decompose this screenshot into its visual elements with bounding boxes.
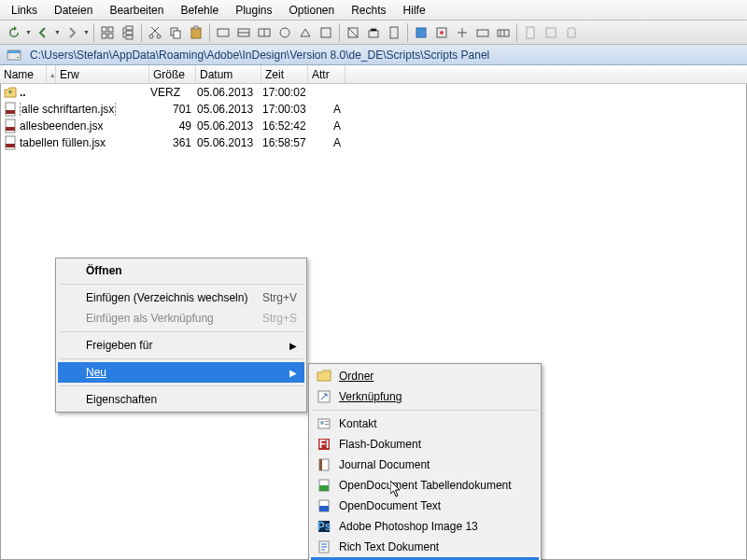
file-size: 49 xyxy=(150,119,197,133)
tool-icon-6[interactable] xyxy=(316,23,336,42)
svg-rect-11 xyxy=(191,28,201,38)
cut-icon[interactable] xyxy=(145,23,165,42)
table-row[interactable]: tabellen füllen.jsx 361 05.06.2013 16:58… xyxy=(1,134,746,151)
tool-icon-4[interactable] xyxy=(275,23,295,42)
svg-rect-41 xyxy=(325,424,329,425)
new-odt-table[interactable]: OpenDocument Tabellendokument xyxy=(311,475,539,496)
path-text[interactable]: C:\Users\Stefan\AppData\Roaming\Adobe\In… xyxy=(30,49,489,62)
svg-point-7 xyxy=(149,35,153,38)
file-date: 05.06.2013 xyxy=(197,136,262,149)
new-journal[interactable]: Journal Document xyxy=(311,455,539,475)
col-datum[interactable]: Datum xyxy=(196,65,261,83)
back-icon[interactable] xyxy=(33,23,53,42)
menu-links[interactable]: Links xyxy=(4,2,45,19)
tool-icon-17[interactable] xyxy=(561,23,582,42)
flash-icon: Fl xyxy=(317,437,331,452)
tool-icon-2[interactable] xyxy=(233,23,254,42)
file-name: allesbeenden.jsx xyxy=(20,119,150,133)
col-sort-icon[interactable]: ▴ xyxy=(47,65,56,83)
svg-rect-0 xyxy=(102,27,106,32)
col-erw[interactable]: Erw xyxy=(56,65,149,83)
context-menu: Öffnen Einfügen (Verzeichnis wechseln)St… xyxy=(55,258,307,413)
menu-dateien[interactable]: Dateien xyxy=(47,2,100,19)
shortcut-icon xyxy=(317,389,331,404)
file-date: 05.06.2013 xyxy=(197,86,262,99)
tool-icon-15[interactable] xyxy=(520,23,541,42)
tool-icon-16[interactable] xyxy=(541,23,561,42)
table-row[interactable]: alle schriftarten.jsx 701 05.06.2013 17:… xyxy=(1,101,746,118)
tree-icon[interactable] xyxy=(118,23,138,42)
new-rtf[interactable]: Rich Text Dokument xyxy=(311,537,539,557)
svg-text:Fl: Fl xyxy=(319,438,330,451)
file-time: 16:58:57 xyxy=(262,136,314,149)
svg-rect-36 xyxy=(6,144,15,147)
svg-rect-27 xyxy=(546,28,556,37)
grid-icon[interactable] xyxy=(97,23,118,42)
svg-point-8 xyxy=(157,35,161,38)
copy-icon[interactable] xyxy=(165,23,186,42)
table-row[interactable]: allesbeenden.jsx 49 05.06.2013 16:52:42 … xyxy=(1,118,746,134)
file-name: .. xyxy=(20,86,150,99)
table-row[interactable]: .. VERZ 05.06.2013 17:00:02 xyxy=(1,84,746,101)
menu-bearbeiten[interactable]: Bearbeiten xyxy=(102,2,171,19)
new-odt-text[interactable]: OpenDocument Text xyxy=(311,496,539,516)
ctx-share[interactable]: Freigeben für▶ xyxy=(58,335,304,356)
file-date: 05.06.2013 xyxy=(197,103,262,116)
col-name[interactable]: Name xyxy=(0,65,47,83)
svg-point-39 xyxy=(320,421,324,425)
menu-rechts[interactable]: Rechts xyxy=(344,2,393,19)
ctx-properties[interactable]: Eigenschaften xyxy=(58,389,304,410)
jsx-file-icon xyxy=(3,135,18,150)
new-shortcut[interactable]: Verknüpfung xyxy=(311,386,539,407)
drive-icon[interactable] xyxy=(4,46,24,64)
svg-rect-12 xyxy=(194,26,198,29)
tool-icon-3[interactable] xyxy=(254,23,275,42)
menubar: Links Dateien Bearbeiten Befehle Plugins… xyxy=(0,0,747,21)
menu-befehle[interactable]: Befehle xyxy=(173,2,226,19)
column-headers: Name ▴ Erw Größe Datum Zeit Attr xyxy=(0,65,747,84)
file-time: 17:00:02 xyxy=(262,86,314,99)
svg-text:Ps: Ps xyxy=(317,520,331,533)
col-zeit[interactable]: Zeit xyxy=(261,65,308,83)
refresh-icon[interactable] xyxy=(4,23,24,42)
col-groesse[interactable]: Größe xyxy=(149,65,196,83)
file-attr: A xyxy=(314,103,360,116)
svg-rect-49 xyxy=(319,506,329,511)
tool-icon-8[interactable] xyxy=(363,23,384,42)
ctx-open[interactable]: Öffnen xyxy=(58,260,304,281)
forward-icon[interactable] xyxy=(62,23,82,42)
new-photoshop[interactable]: PsAdobe Photoshop Image 13 xyxy=(311,516,539,537)
new-flash[interactable]: FlFlash-Dokument xyxy=(311,434,539,455)
svg-rect-2 xyxy=(102,34,106,38)
file-panel: .. VERZ 05.06.2013 17:00:02 alle schrift… xyxy=(0,84,747,560)
tool-icon-14[interactable] xyxy=(493,23,514,42)
tool-icon-13[interactable] xyxy=(472,23,493,42)
menu-plugins[interactable]: Plugins xyxy=(228,2,279,19)
path-bar: C:\Users\Stefan\AppData\Roaming\Adobe\In… xyxy=(0,45,747,65)
svg-point-23 xyxy=(440,31,444,35)
tool-icon-10[interactable] xyxy=(411,23,431,42)
menu-hilfe[interactable]: Hilfe xyxy=(396,2,433,19)
ctx-paste[interactable]: Einfügen (Verzeichnis wechseln)Strg+V xyxy=(58,287,304,308)
svg-rect-6 xyxy=(126,35,133,39)
file-date: 05.06.2013 xyxy=(197,119,262,133)
ctx-new[interactable]: Neu▶ xyxy=(58,362,304,383)
tool-icon-1[interactable] xyxy=(213,23,233,42)
tool-icon-7[interactable] xyxy=(343,23,363,42)
file-size: 701 xyxy=(150,103,197,116)
refresh-dropdown[interactable]: ▼ xyxy=(24,23,33,42)
menu-optionen[interactable]: Optionen xyxy=(282,2,343,19)
svg-rect-1 xyxy=(108,27,113,32)
paste-icon[interactable] xyxy=(186,23,206,42)
rtf-icon xyxy=(317,539,331,554)
forward-dropdown[interactable]: ▼ xyxy=(82,23,91,42)
new-folder[interactable]: Ordner xyxy=(311,366,539,386)
tool-icon-11[interactable] xyxy=(431,23,452,42)
back-dropdown[interactable]: ▼ xyxy=(53,23,62,42)
svg-rect-26 xyxy=(527,27,534,38)
tool-icon-5[interactable] xyxy=(295,23,316,42)
new-contact[interactable]: Kontakt xyxy=(311,413,539,434)
col-attr[interactable]: Attr xyxy=(308,65,345,83)
tool-icon-12[interactable] xyxy=(452,23,472,42)
tool-icon-9[interactable] xyxy=(384,23,404,42)
